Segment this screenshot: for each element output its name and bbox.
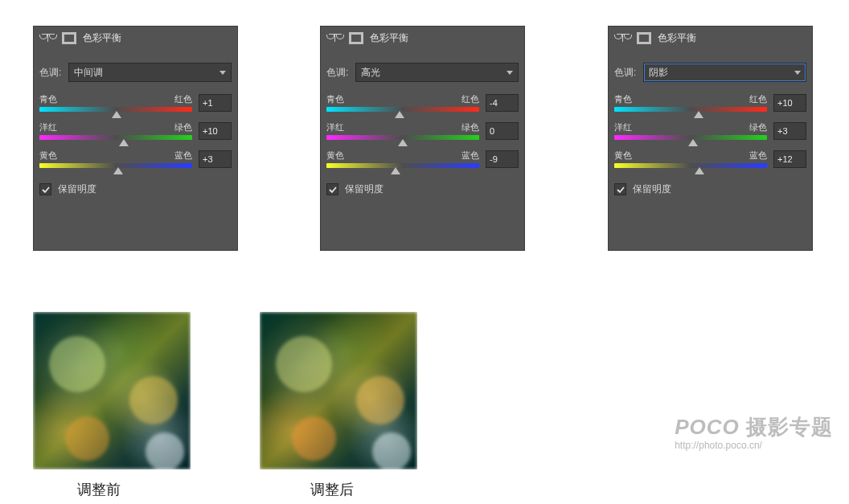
green-label: 绿色 (749, 121, 767, 133)
slider-thumb[interactable] (119, 139, 129, 146)
image-before (33, 312, 191, 469)
green-label: 绿色 (174, 121, 192, 133)
slider-thumb[interactable] (398, 139, 408, 146)
red-label: 红色 (174, 93, 192, 105)
cyan-red-slider[interactable] (614, 107, 767, 112)
tone-label: 色调: (614, 66, 643, 80)
cyan-red-value[interactable]: +1 (199, 94, 232, 112)
magenta-label: 洋红 (39, 121, 57, 133)
watermark: POCO 摄影专题 http://photo.poco.cn/ (675, 413, 833, 451)
slider-thumb[interactable] (688, 139, 698, 146)
magenta-green-value[interactable]: 0 (486, 122, 519, 140)
preserve-luminosity-checkbox[interactable] (39, 183, 51, 195)
scales-icon (614, 31, 632, 44)
color-balance-panel-highlights: 色彩平衡 色调: 高光 青色红色 -4 (320, 26, 525, 251)
slider-thumb[interactable] (395, 111, 404, 118)
green-label: 绿色 (461, 121, 479, 133)
check-icon (329, 186, 337, 194)
blue-label: 蓝色 (749, 150, 767, 162)
scales-icon (326, 31, 344, 44)
cyan-label: 青色 (614, 93, 632, 105)
magenta-label: 洋红 (326, 121, 344, 133)
scales-icon (39, 31, 57, 44)
chevron-down-icon (507, 71, 513, 75)
slider-thumb[interactable] (113, 167, 123, 174)
slider-thumb[interactable] (695, 167, 704, 174)
blue-label: 蓝色 (461, 150, 479, 162)
tone-label: 色调: (326, 66, 355, 80)
cyan-red-value[interactable]: -4 (486, 94, 519, 112)
red-label: 红色 (461, 93, 479, 105)
watermark-brand: POCO (675, 415, 740, 439)
slider-thumb[interactable] (112, 111, 121, 118)
layer-mask-icon (62, 32, 76, 44)
slider-thumb[interactable] (694, 111, 703, 118)
yellow-blue-value[interactable]: +12 (773, 150, 806, 168)
magenta-label: 洋红 (614, 121, 632, 133)
caption-after: 调整后 (310, 480, 354, 499)
yellow-blue-slider[interactable] (326, 163, 479, 168)
panel-title: 色彩平衡 (370, 31, 408, 45)
tone-select[interactable]: 高光 (355, 63, 519, 82)
layer-mask-icon (349, 32, 363, 44)
preserve-luminosity-checkbox[interactable] (326, 183, 338, 195)
blue-label: 蓝色 (174, 150, 192, 162)
tone-select[interactable]: 阴影 (643, 63, 806, 82)
tone-select[interactable]: 中间调 (68, 63, 232, 82)
cyan-red-slider[interactable] (326, 107, 479, 112)
panel-title: 色彩平衡 (658, 31, 696, 45)
preserve-luminosity-label: 保留明度 (58, 182, 96, 196)
panel-title: 色彩平衡 (83, 31, 121, 45)
magenta-green-slider[interactable] (614, 135, 767, 140)
yellow-blue-value[interactable]: +3 (199, 150, 232, 168)
panel-tab: 色彩平衡 (320, 26, 415, 50)
cyan-label: 青色 (39, 93, 57, 105)
chevron-down-icon (794, 71, 801, 75)
cyan-red-slider[interactable] (39, 107, 192, 112)
panel-tab: 色彩平衡 (33, 26, 128, 50)
watermark-suffix: 摄影专题 (746, 415, 833, 439)
chevron-down-icon (219, 71, 226, 75)
magenta-green-slider[interactable] (39, 135, 192, 140)
tone-label: 色调: (39, 66, 68, 80)
color-balance-panel-midtones: 色彩平衡 色调: 中间调 青色红色 +1 (33, 26, 238, 251)
panel-tab: 色彩平衡 (608, 26, 703, 50)
magenta-green-slider[interactable] (326, 135, 479, 140)
cyan-label: 青色 (326, 93, 344, 105)
tone-select-value: 高光 (361, 66, 380, 80)
caption-before: 调整前 (77, 480, 121, 499)
yellow-label: 黄色 (39, 150, 57, 162)
yellow-blue-slider[interactable] (39, 163, 192, 168)
preserve-luminosity-label: 保留明度 (633, 182, 671, 196)
cyan-red-value[interactable]: +10 (773, 94, 806, 112)
check-icon (617, 186, 625, 194)
image-after (260, 312, 417, 469)
watermark-url: http://photo.poco.cn/ (675, 440, 833, 451)
magenta-green-value[interactable]: +3 (773, 122, 806, 140)
yellow-blue-value[interactable]: -9 (486, 150, 519, 168)
yellow-label: 黄色 (614, 150, 632, 162)
magenta-green-value[interactable]: +10 (199, 122, 232, 140)
preserve-luminosity-label: 保留明度 (345, 182, 383, 196)
check-icon (42, 186, 50, 194)
tone-select-value: 中间调 (74, 66, 103, 80)
tone-select-value: 阴影 (649, 66, 668, 80)
red-label: 红色 (749, 93, 767, 105)
yellow-label: 黄色 (326, 150, 344, 162)
color-balance-panel-shadows: 色彩平衡 色调: 阴影 青色红色 +10 (608, 26, 813, 251)
preserve-luminosity-checkbox[interactable] (614, 183, 626, 195)
yellow-blue-slider[interactable] (614, 163, 767, 168)
slider-thumb[interactable] (391, 167, 400, 174)
layer-mask-icon (637, 32, 651, 44)
